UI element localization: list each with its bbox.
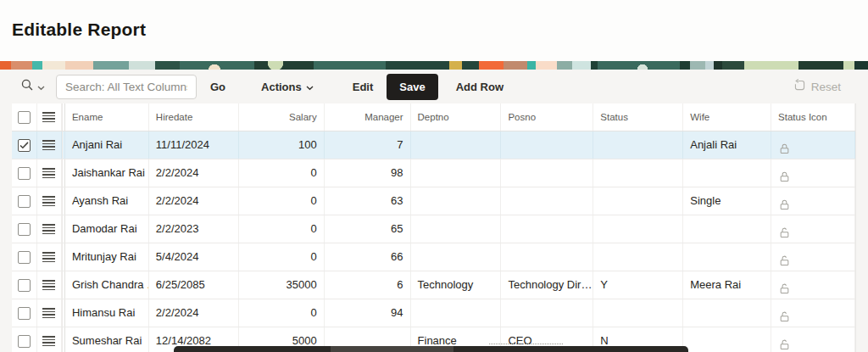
go-button[interactable]: Go [203, 75, 232, 99]
cell-status_icon[interactable] [771, 327, 855, 352]
cell-salary[interactable]: 0 [239, 299, 325, 327]
column-header-posno[interactable]: Posno [501, 103, 593, 131]
cell-status_icon[interactable] [771, 159, 855, 187]
cell-posno[interactable] [501, 131, 593, 159]
row-menu-icon[interactable] [42, 168, 55, 179]
cell-wife[interactable] [683, 299, 771, 327]
cell-status[interactable] [593, 299, 683, 327]
column-header-hiredate[interactable]: Hiredate [149, 103, 239, 131]
cell-wife[interactable] [683, 327, 771, 352]
row-menu-icon[interactable] [42, 196, 55, 207]
cell-status_icon[interactable] [771, 243, 855, 271]
column-header-manager[interactable]: Manager [325, 103, 411, 131]
cell-hiredate[interactable]: 2/2/2024 [149, 299, 239, 327]
row-menu-icon[interactable] [42, 140, 55, 151]
cell-status_icon[interactable] [771, 131, 855, 159]
cell-manager[interactable]: 7 [325, 131, 411, 159]
cell-deptno[interactable] [411, 215, 502, 243]
column-header-ename[interactable]: Ename [65, 103, 149, 131]
cell-posno[interactable] [501, 187, 593, 215]
row-checkbox[interactable] [18, 335, 31, 348]
cell-ename[interactable]: Mritunjay Rai [65, 243, 149, 271]
cell-salary[interactable]: 0 [239, 187, 325, 215]
cell-ename[interactable]: Damodar Rai [65, 215, 149, 243]
cell-wife[interactable] [683, 215, 771, 243]
cell-status[interactable] [593, 187, 683, 215]
cell-wife[interactable] [683, 243, 771, 271]
row-checkbox[interactable] [18, 139, 31, 152]
column-header-salary[interactable]: Salary [239, 103, 325, 131]
developer-toolbar[interactable] [174, 346, 688, 352]
cell-salary[interactable]: 0 [239, 159, 325, 187]
cell-manager[interactable]: 94 [325, 299, 411, 327]
row-menu-icon[interactable] [42, 252, 55, 263]
column-header-status_icon[interactable]: Status Icon [771, 103, 855, 131]
cell-deptno[interactable] [411, 159, 502, 187]
cell-hiredate[interactable]: 11/11/2024 [149, 131, 239, 159]
column-header-wife[interactable]: Wife [683, 103, 771, 131]
cell-wife[interactable] [683, 159, 771, 187]
cell-status_icon[interactable] [771, 271, 855, 299]
cell-salary[interactable]: 0 [239, 215, 325, 243]
cell-hiredate[interactable]: 2/2/2024 [149, 159, 239, 187]
cell-status[interactable] [593, 215, 683, 243]
cell-ename[interactable]: Ayansh Rai [65, 187, 149, 215]
row-menu-icon[interactable] [42, 308, 55, 319]
cell-ename[interactable]: Grish Chandra … [65, 271, 149, 299]
cell-posno[interactable] [501, 159, 593, 187]
cell-posno[interactable] [501, 215, 593, 243]
row-menu-icon[interactable] [42, 112, 55, 123]
cell-wife[interactable]: Single [683, 187, 771, 215]
column-header-status[interactable]: Status [593, 103, 683, 131]
cell-wife[interactable]: Meera Rai [683, 271, 771, 299]
add-row-button[interactable]: Add Row [449, 75, 510, 99]
cell-salary[interactable]: 100 [239, 131, 325, 159]
cell-salary[interactable]: 35000 [239, 271, 325, 299]
cell-status[interactable]: Y [593, 271, 683, 299]
cell-status[interactable] [593, 131, 683, 159]
cell-status[interactable] [593, 243, 683, 271]
cell-posno[interactable]: Technology Dir… [501, 271, 593, 299]
developer-toolbar-segment[interactable] [331, 346, 453, 352]
cell-salary[interactable]: 0 [239, 243, 325, 271]
search-options-button[interactable] [20, 78, 45, 96]
cell-manager[interactable]: 63 [325, 187, 411, 215]
row-menu-icon[interactable] [42, 224, 55, 235]
cell-deptno[interactable] [411, 131, 502, 159]
cell-status_icon[interactable] [771, 299, 855, 327]
row-menu-icon[interactable] [42, 336, 55, 347]
cell-manager[interactable]: 66 [325, 243, 411, 271]
column-header-deptno[interactable]: Deptno [411, 103, 502, 131]
cell-posno[interactable] [501, 243, 593, 271]
row-checkbox[interactable] [18, 279, 31, 292]
select-all-checkbox[interactable] [18, 111, 31, 124]
cell-manager[interactable]: 6 [325, 271, 411, 299]
row-checkbox[interactable] [18, 251, 31, 264]
cell-status[interactable] [593, 159, 683, 187]
row-checkbox[interactable] [18, 167, 31, 180]
cell-wife[interactable]: Anjali Rai [683, 131, 771, 159]
search-input[interactable] [56, 75, 197, 99]
row-checkbox[interactable] [18, 195, 31, 208]
cell-hiredate[interactable]: 6/25/2085 [149, 271, 239, 299]
cell-posno[interactable] [501, 299, 593, 327]
cell-deptno[interactable]: Technology [411, 271, 502, 299]
cell-deptno[interactable] [411, 187, 502, 215]
row-checkbox[interactable] [18, 223, 31, 236]
row-checkbox[interactable] [18, 307, 31, 320]
cell-deptno[interactable] [411, 299, 502, 327]
cell-ename[interactable]: Sumeshar Rai [65, 327, 149, 352]
cell-ename[interactable]: Jaishankar Rai [65, 159, 149, 187]
row-menu-icon[interactable] [42, 280, 55, 291]
save-button[interactable]: Save [387, 74, 437, 100]
cell-hiredate[interactable]: 2/2/2024 [149, 187, 239, 215]
cell-manager[interactable]: 65 [325, 215, 411, 243]
cell-manager[interactable]: 98 [325, 159, 411, 187]
actions-menu-button[interactable]: Actions [254, 75, 320, 99]
cell-ename[interactable]: Anjani Rai [65, 131, 149, 159]
cell-hiredate[interactable]: 2/2/2023 [149, 215, 239, 243]
reset-button[interactable]: Reset [788, 78, 846, 95]
cell-deptno[interactable] [411, 243, 502, 271]
cell-status_icon[interactable] [771, 215, 855, 243]
edit-button[interactable]: Edit [346, 75, 381, 99]
